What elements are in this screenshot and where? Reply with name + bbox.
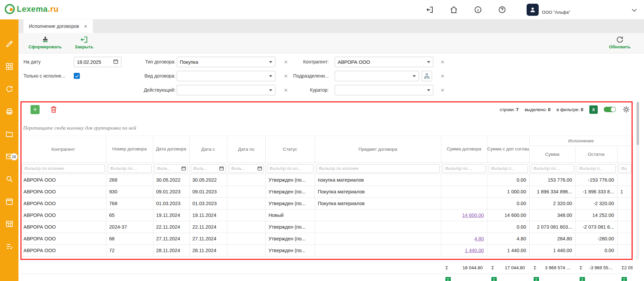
filter-amount[interactable] (443, 164, 486, 173)
cell-exec_amount[interactable]: 2 320.00 (529, 198, 575, 209)
cell-extra[interactable] (617, 174, 633, 186)
cell-amount_add[interactable]: 14 600.00 (487, 209, 529, 221)
column-header-status[interactable]: Статус (265, 136, 315, 163)
print-icon[interactable] (4, 106, 14, 116)
cell-exec_amount[interactable]: 348.00 (529, 209, 575, 221)
cell-date[interactable]: 01.03.2023 (153, 198, 189, 209)
cell-date_from[interactable]: 22.11.2024 (189, 221, 227, 233)
cell-exec_rest[interactable]: -2 320.00 (575, 198, 617, 209)
cell-date[interactable]: 28.11.2024 (153, 245, 189, 256)
exit-icon[interactable] (425, 5, 434, 14)
excel-export-button[interactable]: X (589, 105, 598, 114)
filter-extra[interactable] (619, 164, 631, 173)
cell-exec_amount[interactable]: 153 776.00 (529, 174, 575, 186)
filter-status[interactable] (267, 164, 313, 173)
cell-exec_rest[interactable]: -1 896 333 8... (575, 186, 617, 198)
delete-row-button[interactable] (49, 105, 58, 114)
cell-date_from[interactable]: 27.11.2024 (189, 233, 227, 245)
close-button[interactable]: Закрыть (75, 36, 93, 49)
amount-link[interactable]: 4.80 (474, 236, 484, 241)
cell-status[interactable]: Утвержден (по... (265, 198, 315, 209)
contract-type-select[interactable]: Покупка (177, 57, 275, 67)
clear-curator-icon[interactable]: ✕ (440, 87, 445, 93)
cell-status[interactable]: Утвержден (по... (265, 245, 315, 256)
cell-date_to[interactable] (227, 221, 265, 233)
sigma-badge[interactable]: Σ (622, 277, 627, 281)
curator-select[interactable] (335, 85, 433, 95)
cell-date_to[interactable] (227, 186, 265, 198)
cell-contragent[interactable]: АВРОРА ООО (20, 186, 106, 198)
amount-link[interactable]: 1 440.00 (465, 248, 484, 253)
refresh-button[interactable]: Обновить (609, 36, 631, 49)
cell-contragent[interactable]: АВРОРА ООО (20, 221, 106, 233)
cell-number[interactable]: 68 (106, 233, 153, 245)
cell-contragent[interactable]: АВРОРА ООО (20, 198, 106, 209)
cell-date_to[interactable] (227, 209, 265, 221)
cell-date_from[interactable]: 30.05.2022 (189, 174, 227, 186)
cell-number[interactable]: 72 (106, 245, 153, 256)
table-row[interactable]: АВРОРА ООО76801.03.202301.03.2023Утвержд… (20, 198, 633, 209)
cell-number[interactable]: 768 (106, 198, 153, 209)
cell-subject[interactable]: Покупка материалов (315, 198, 441, 209)
column-header-extra[interactable] (617, 146, 633, 163)
cell-amount_add[interactable]: 0.00 (487, 198, 529, 209)
cell-subject[interactable] (315, 221, 441, 233)
folder-icon[interactable] (4, 129, 14, 139)
cell-exec_rest[interactable]: -280.00 (575, 233, 617, 245)
table-row[interactable]: АВРОРА ООО26830.05.202230.05.2022Утвержд… (20, 174, 633, 186)
filter-date[interactable] (155, 164, 188, 173)
modules-grid-icon[interactable] (4, 61, 14, 72)
cell-number[interactable]: 65 (106, 209, 153, 221)
cell-amount[interactable]: 14 600.00 (441, 209, 487, 221)
cell-amount[interactable]: 1 440.00 (441, 245, 487, 256)
info-icon[interactable] (474, 5, 482, 14)
cell-contragent[interactable]: АВРОРА ООО (20, 209, 106, 221)
cell-amount_add[interactable]: 0.00 (487, 221, 529, 233)
calendar-icon[interactable] (113, 59, 118, 65)
cell-status[interactable]: Утвержден (по... (265, 186, 315, 198)
cell-subject[interactable] (315, 209, 441, 221)
cell-subject[interactable]: Покупка материалов (315, 186, 441, 198)
cell-status[interactable]: Утвержден (по... (265, 221, 315, 233)
report-table-icon[interactable] (4, 219, 14, 229)
filter-date-from[interactable] (191, 164, 226, 173)
column-header-number[interactable]: Номер договора (106, 136, 153, 163)
cell-extra[interactable] (617, 233, 633, 245)
column-header-amount-add[interactable]: Сумма с доп соглашениями (487, 136, 529, 163)
cell-exec_rest[interactable]: 0.00 (575, 245, 617, 256)
filter-exec-amount[interactable] (531, 164, 574, 173)
cell-extra[interactable] (617, 209, 633, 221)
active-select[interactable] (177, 85, 275, 95)
cell-date_to[interactable] (227, 174, 265, 186)
amount-link[interactable]: 14 600.00 (462, 213, 484, 218)
sigma-badge[interactable]: Σ (580, 277, 585, 281)
contragent-select[interactable]: АВРОРА ООО (335, 57, 433, 67)
cell-exec_amount[interactable]: 284.80 (529, 233, 575, 245)
column-header-date-to[interactable]: Дата по (227, 136, 265, 163)
cell-contragent[interactable]: АВРОРА ООО (20, 245, 106, 256)
cell-status[interactable]: Утвержден (по... (265, 233, 315, 245)
cell-amount_add[interactable]: 1 440.00 (487, 245, 529, 256)
cell-date[interactable]: 19.11.2024 (153, 209, 189, 221)
table-row[interactable]: АВРОРА ООО6519.11.202419.11.2024Новый14 … (20, 209, 633, 221)
cell-date_to[interactable] (227, 198, 265, 209)
cell-extra[interactable] (617, 245, 633, 256)
cell-subject[interactable] (315, 233, 441, 245)
generate-button[interactable]: Сформировать (29, 36, 62, 49)
table-row[interactable]: АВРОРА ООО7228.11.202428.11.2024Утвержде… (20, 245, 633, 256)
tab-contract-execution[interactable]: Исполнение договоров ✕ (23, 19, 93, 33)
cell-amount_add[interactable]: 4.80 (487, 233, 529, 245)
cell-amount_add[interactable]: 1 000.00 (487, 186, 529, 198)
filter-subject[interactable] (316, 164, 440, 173)
cell-date[interactable]: 09.01.2023 (153, 186, 189, 198)
filter-number[interactable] (108, 164, 152, 173)
lexema-logo[interactable]: Lexema.ru (5, 4, 59, 14)
cell-date[interactable]: 30.05.2022 (153, 174, 189, 186)
cell-date_from[interactable]: 28.11.2024 (189, 245, 227, 256)
column-header-date[interactable]: Дата договора (153, 136, 189, 163)
cell-subject[interactable]: покупка материалов (315, 174, 441, 186)
cell-extra[interactable]: 1 (617, 186, 633, 198)
vertical-scrollbar[interactable] (636, 101, 639, 260)
cell-date_to[interactable] (227, 245, 265, 256)
cell-amount_add[interactable]: 0.00 (487, 174, 529, 186)
